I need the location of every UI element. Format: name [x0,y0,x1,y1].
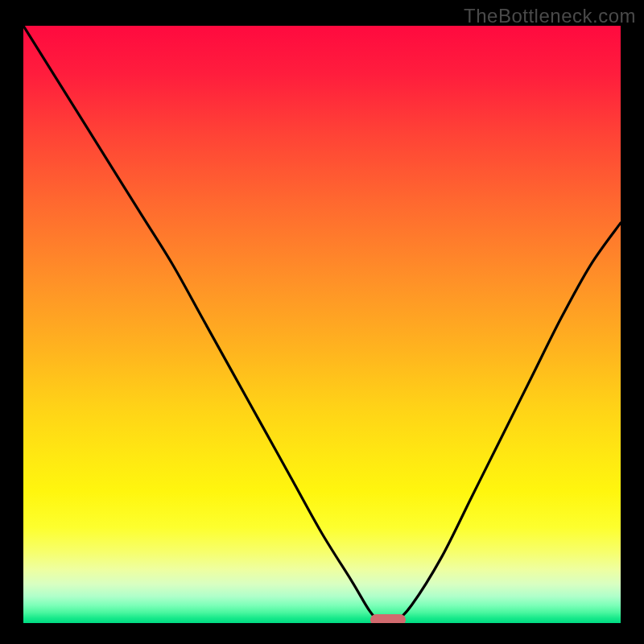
chart-frame: TheBottleneck.com [0,0,644,644]
plot-area [23,26,621,623]
bottleneck-curve-path [23,26,621,623]
bottleneck-curve [23,26,621,623]
optimal-point-marker [370,614,406,623]
watermark-text: TheBottleneck.com [464,5,636,27]
